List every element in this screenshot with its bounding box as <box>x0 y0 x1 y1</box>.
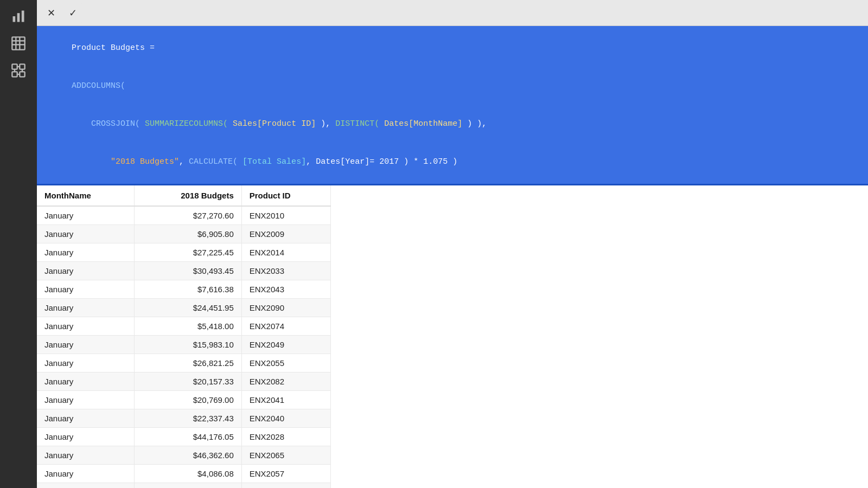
table-cell: $46,362.60 <box>134 446 241 465</box>
col-header-productid: Product ID <box>241 185 330 206</box>
table-header: MonthName 2018 Budgets Product ID <box>37 185 331 206</box>
table-cell: ENX2065 <box>241 446 330 465</box>
table-cell: $27,225.45 <box>134 243 241 262</box>
table-row: January$5,418.00ENX2074 <box>37 317 331 336</box>
table-cell: ENX2028 <box>241 428 330 446</box>
table-cell: January <box>37 373 134 391</box>
table-row: January$20,157.33ENX2082 <box>37 373 331 391</box>
formula-dates-year: , Dates[Year]= 2017 ) * 1.075 ) <box>306 157 457 166</box>
formula-line-3: CROSSJOIN( SUMMARIZECOLUMNS( Sales[Produ… <box>42 105 863 143</box>
formula-bar[interactable]: Product Budgets = ADDCOLUMNS( CROSSJOIN(… <box>37 26 868 185</box>
formula-arg-dates: Dates[MonthName] <box>384 119 462 129</box>
cancel-button[interactable]: ✕ <box>41 3 61 23</box>
table-container: MonthName 2018 Budgets Product ID Januar… <box>37 185 868 488</box>
svg-rect-1 <box>17 13 20 22</box>
formula-line-4: "2018 Budgets", CALCULATE( [Total Sales]… <box>42 143 863 181</box>
table-cell: $22,337.43 <box>134 409 241 428</box>
table-cell: January <box>37 391 134 409</box>
table-cell: ENX2038 <box>241 483 330 489</box>
table-row: January$44,176.05ENX2028 <box>37 428 331 446</box>
table-cell: ENX2049 <box>241 336 330 354</box>
formula-space3 <box>379 119 384 129</box>
svg-rect-3 <box>12 37 24 49</box>
table-row: January$22,337.43ENX2040 <box>37 409 331 428</box>
table-row: January$15,983.10ENX2049 <box>37 336 331 354</box>
table-cell: ENX2014 <box>241 243 330 262</box>
table-row: January$7,616.38ENX2043 <box>37 280 331 299</box>
table-body: January$27,270.60ENX2010January$6,905.80… <box>37 206 331 488</box>
table-cell: ENX2041 <box>241 391 330 409</box>
table-row: January$30,493.45ENX2033 <box>37 262 331 280</box>
svg-rect-8 <box>12 64 17 69</box>
table-cell: January <box>37 354 134 373</box>
table-cell: ENX2010 <box>241 206 330 225</box>
data-table: MonthName 2018 Budgets Product ID Januar… <box>37 185 331 488</box>
svg-rect-0 <box>13 16 16 22</box>
table-cell: $5,478.20 <box>134 483 241 489</box>
table-header-row: MonthName 2018 Budgets Product ID <box>37 185 331 206</box>
table-cell: $26,821.25 <box>134 354 241 373</box>
table-cell: January <box>37 280 134 299</box>
svg-rect-2 <box>22 11 24 22</box>
svg-rect-9 <box>20 64 24 69</box>
table-cell: $24,451.95 <box>134 299 241 317</box>
table-grid-icon[interactable] <box>7 31 30 55</box>
table-row: January$20,769.00ENX2041 <box>37 391 331 409</box>
table-cell: January <box>37 225 134 243</box>
table-cell: ENX2057 <box>241 465 330 483</box>
table-cell: $20,769.00 <box>134 391 241 409</box>
formula-indent1 <box>72 119 91 129</box>
table-row: January$6,905.80ENX2009 <box>37 225 331 243</box>
table-cell: January <box>37 299 134 317</box>
table-row: January$4,086.08ENX2057 <box>37 465 331 483</box>
table-row: January$27,270.60ENX2010 <box>37 206 331 225</box>
toolbar: ✕ ✓ <box>37 0 868 26</box>
svg-rect-11 <box>20 72 24 76</box>
formula-line-2: ADDCOLUMNS( <box>42 67 863 105</box>
table-cell: ENX2009 <box>241 225 330 243</box>
formula-string-budget: "2018 Budgets" <box>111 157 179 166</box>
formula-summarize: SUMMARIZECOLUMNS( <box>145 119 228 129</box>
formula-distinct: DISTINCT( <box>335 119 379 129</box>
table-cell: $7,616.38 <box>134 280 241 299</box>
formula-line-1: Product Budgets = <box>42 29 863 67</box>
formula-total-sales: [Total Sales] <box>242 157 306 166</box>
table-cell: January <box>37 262 134 280</box>
table-cell: $15,983.10 <box>134 336 241 354</box>
table-cell: $5,418.00 <box>134 317 241 336</box>
table-cell: $27,270.60 <box>134 206 241 225</box>
col-header-budgets: 2018 Budgets <box>134 185 241 206</box>
formula-crossjoin: CROSSJOIN( <box>91 119 140 129</box>
table-cell: January <box>37 317 134 336</box>
table-cell: January <box>37 483 134 489</box>
table-cell: $30,493.45 <box>134 262 241 280</box>
table-cell: $20,157.33 <box>134 373 241 391</box>
table-cell: January <box>37 409 134 428</box>
table-cell: ENX2055 <box>241 354 330 373</box>
formula-var-name: Product Budgets = <box>72 43 159 53</box>
main-area: ✕ ✓ Product Budgets = ADDCOLUMNS( CROSSJ… <box>37 0 868 488</box>
table-cell: ENX2074 <box>241 317 330 336</box>
table-cell: $4,086.08 <box>134 465 241 483</box>
table-cell: ENX2043 <box>241 280 330 299</box>
table-row: January$46,362.60ENX2065 <box>37 446 331 465</box>
table-cell: January <box>37 428 134 446</box>
table-row: January$26,821.25ENX2055 <box>37 354 331 373</box>
table-cell: $44,176.05 <box>134 428 241 446</box>
table-cell: January <box>37 336 134 354</box>
formula-space1 <box>140 119 145 129</box>
table-cell: January <box>37 465 134 483</box>
bar-chart-icon[interactable] <box>7 4 30 28</box>
formula-calculate: CALCULATE( <box>189 157 238 166</box>
table-cell: $6,905.80 <box>134 225 241 243</box>
formula-indent2 <box>72 157 111 166</box>
table-row: January$24,451.95ENX2090 <box>37 299 331 317</box>
sidebar <box>0 0 37 488</box>
table-cell: January <box>37 243 134 262</box>
formula-space4 <box>238 157 242 166</box>
confirm-button[interactable]: ✓ <box>63 3 82 23</box>
model-icon[interactable] <box>7 59 30 82</box>
formula-comma: , <box>179 157 189 166</box>
svg-rect-10 <box>12 72 17 76</box>
table-row: January$5,478.20ENX2038 <box>37 483 331 489</box>
